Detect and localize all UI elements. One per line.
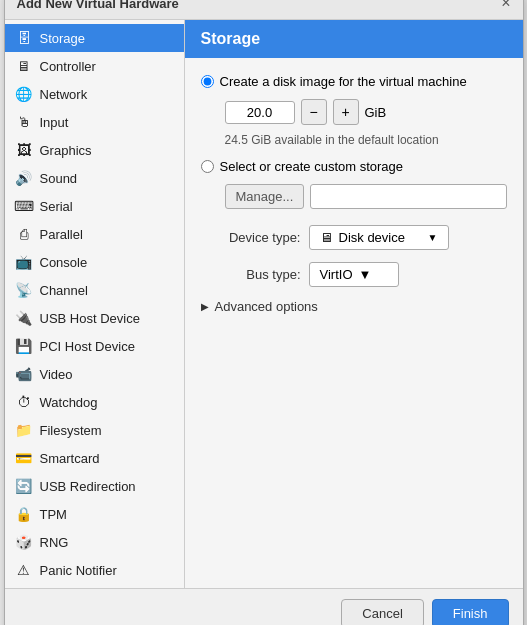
disk-unit-label: GiB [365, 105, 387, 120]
sidebar-icon-controller: 🖥 [15, 57, 33, 75]
sidebar-item-network[interactable]: 🌐 Network [5, 80, 184, 108]
sidebar-item-tpm[interactable]: 🔒 TPM [5, 500, 184, 528]
dialog: Add New Virtual Hardware × 🗄 Storage 🖥 C… [4, 0, 524, 625]
sidebar-item-video[interactable]: 📹 Video [5, 360, 184, 388]
manage-button[interactable]: Manage... [225, 184, 305, 209]
sidebar-item-parallel[interactable]: ⎙ Parallel [5, 220, 184, 248]
sidebar-item-controller[interactable]: 🖥 Controller [5, 52, 184, 80]
device-type-row: Device type: 🖥 Disk device ▼ [201, 225, 507, 250]
close-button[interactable]: × [501, 0, 510, 11]
device-type-arrow-icon: ▼ [428, 232, 438, 243]
radio-custom-row: Select or create custom storage [201, 159, 507, 174]
bus-type-row: Bus type: VirtIO ▼ [201, 262, 507, 287]
sidebar-icon-rng: 🎲 [15, 533, 33, 551]
radio-custom-label: Select or create custom storage [220, 159, 404, 174]
sidebar-icon-input: 🖱 [15, 113, 33, 131]
sidebar-label-usb-redir: USB Redirection [40, 479, 136, 494]
sidebar-icon-network: 🌐 [15, 85, 33, 103]
sidebar-item-filesystem[interactable]: 📁 Filesystem [5, 416, 184, 444]
radio-disk-image[interactable] [201, 75, 214, 88]
device-type-value: Disk device [339, 230, 405, 245]
sidebar-icon-sound: 🔊 [15, 169, 33, 187]
sidebar-label-console: Console [40, 255, 88, 270]
sidebar-icon-usb-redir: 🔄 [15, 477, 33, 495]
disk-size-input[interactable] [225, 101, 295, 124]
sidebar-label-serial: Serial [40, 199, 73, 214]
content-area: 🗄 Storage 🖥 Controller 🌐 Network 🖱 Input… [5, 20, 523, 588]
sidebar-item-serial[interactable]: ⌨ Serial [5, 192, 184, 220]
sidebar-icon-storage: 🗄 [15, 29, 33, 47]
sidebar-item-storage[interactable]: 🗄 Storage [5, 24, 184, 52]
sidebar-item-graphics[interactable]: 🖼 Graphics [5, 136, 184, 164]
radio-disk-image-row: Create a disk image for the virtual mach… [201, 74, 507, 89]
radio-custom-storage[interactable] [201, 160, 214, 173]
title-bar: Add New Virtual Hardware × [5, 0, 523, 20]
sidebar-item-channel[interactable]: 📡 Channel [5, 276, 184, 304]
sidebar-icon-video: 📹 [15, 365, 33, 383]
device-type-label: Device type: [201, 230, 301, 245]
sidebar: 🗄 Storage 🖥 Controller 🌐 Network 🖱 Input… [5, 20, 185, 588]
sidebar-label-graphics: Graphics [40, 143, 92, 158]
sidebar-label-panic: Panic Notifier [40, 563, 117, 578]
advanced-options-row[interactable]: ▶ Advanced options [201, 299, 507, 314]
sidebar-label-channel: Channel [40, 283, 88, 298]
advanced-chevron-icon: ▶ [201, 301, 209, 312]
bus-type-value: VirtIO [320, 267, 353, 282]
sidebar-label-pci-host: PCI Host Device [40, 339, 135, 354]
bus-type-arrow-icon: ▼ [359, 267, 372, 282]
sidebar-item-sound[interactable]: 🔊 Sound [5, 164, 184, 192]
sidebar-label-smartcard: Smartcard [40, 451, 100, 466]
cancel-button[interactable]: Cancel [341, 599, 423, 625]
sidebar-icon-panic: ⚠ [15, 561, 33, 579]
footer: Cancel Finish [5, 588, 523, 625]
dialog-title: Add New Virtual Hardware [17, 0, 179, 11]
sidebar-item-rng[interactable]: 🎲 RNG [5, 528, 184, 556]
sidebar-label-filesystem: Filesystem [40, 423, 102, 438]
sidebar-label-parallel: Parallel [40, 227, 83, 242]
advanced-label: Advanced options [215, 299, 318, 314]
sidebar-icon-tpm: 🔒 [15, 505, 33, 523]
sidebar-item-smartcard[interactable]: 💳 Smartcard [5, 444, 184, 472]
sidebar-label-sound: Sound [40, 171, 78, 186]
device-type-icon: 🖥 [320, 230, 333, 245]
sidebar-icon-filesystem: 📁 [15, 421, 33, 439]
radio-disk-image-label: Create a disk image for the virtual mach… [220, 74, 467, 89]
sidebar-label-rng: RNG [40, 535, 69, 550]
disk-size-row: − + GiB [225, 99, 507, 125]
bus-type-label: Bus type: [201, 267, 301, 282]
sidebar-label-controller: Controller [40, 59, 96, 74]
sidebar-label-watchdog: Watchdog [40, 395, 98, 410]
sidebar-label-usb-host: USB Host Device [40, 311, 140, 326]
sidebar-icon-smartcard: 💳 [15, 449, 33, 467]
size-minus-button[interactable]: − [301, 99, 327, 125]
manage-row: Manage... [225, 184, 507, 209]
sidebar-icon-channel: 📡 [15, 281, 33, 299]
sidebar-icon-graphics: 🖼 [15, 141, 33, 159]
sidebar-item-input[interactable]: 🖱 Input [5, 108, 184, 136]
sidebar-label-storage: Storage [40, 31, 86, 46]
sidebar-icon-parallel: ⎙ [15, 225, 33, 243]
panel-body: Create a disk image for the virtual mach… [185, 58, 523, 588]
sidebar-icon-console: 📺 [15, 253, 33, 271]
available-text: 24.5 GiB available in the default locati… [225, 133, 507, 147]
sidebar-item-usb-host[interactable]: 🔌 USB Host Device [5, 304, 184, 332]
size-plus-button[interactable]: + [333, 99, 359, 125]
device-type-select[interactable]: 🖥 Disk device ▼ [309, 225, 449, 250]
sidebar-label-tpm: TPM [40, 507, 67, 522]
sidebar-item-watchdog[interactable]: ⏱ Watchdog [5, 388, 184, 416]
sidebar-icon-usb-host: 🔌 [15, 309, 33, 327]
sidebar-item-usb-redir[interactable]: 🔄 USB Redirection [5, 472, 184, 500]
sidebar-icon-serial: ⌨ [15, 197, 33, 215]
sidebar-item-pci-host[interactable]: 💾 PCI Host Device [5, 332, 184, 360]
finish-button[interactable]: Finish [432, 599, 509, 625]
sidebar-label-input: Input [40, 115, 69, 130]
sidebar-label-network: Network [40, 87, 88, 102]
sidebar-icon-pci-host: 💾 [15, 337, 33, 355]
sidebar-icon-watchdog: ⏱ [15, 393, 33, 411]
main-panel: Storage Create a disk image for the virt… [185, 20, 523, 588]
sidebar-item-console[interactable]: 📺 Console [5, 248, 184, 276]
sidebar-label-video: Video [40, 367, 73, 382]
bus-type-select[interactable]: VirtIO ▼ [309, 262, 399, 287]
sidebar-item-panic[interactable]: ⚠ Panic Notifier [5, 556, 184, 584]
manage-path-input[interactable] [310, 184, 506, 209]
